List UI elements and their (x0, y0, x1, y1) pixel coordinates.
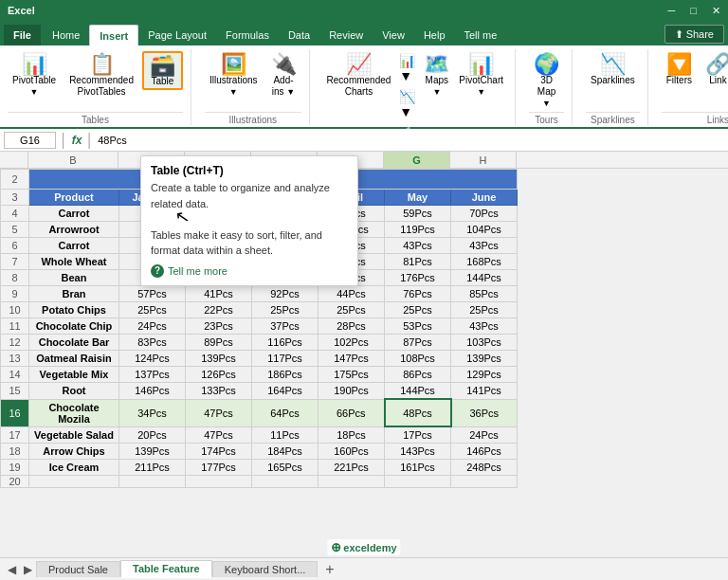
data-cell[interactable]: 129Pcs (451, 367, 518, 383)
data-cell[interactable]: 34Pcs (119, 399, 186, 426)
data-cell[interactable]: 104Pcs (451, 222, 518, 238)
data-cell[interactable]: 23Pcs (186, 318, 252, 335)
data-cell[interactable]: 43Pcs (451, 238, 518, 254)
cell-product[interactable]: Bean (29, 270, 119, 286)
add-sheet-button[interactable]: + (318, 561, 341, 578)
data-cell[interactable]: 76Pcs (385, 286, 451, 302)
cell-product[interactable]: Arrowroot (29, 222, 119, 238)
recommended-charts-button[interactable]: 📈 RecommendedCharts (323, 51, 395, 100)
data-cell[interactable] (29, 476, 119, 488)
tab-home[interactable]: Home (43, 25, 89, 45)
data-cell[interactable]: 25Pcs (451, 302, 518, 318)
tab-page-layout[interactable]: Page Layout (138, 25, 216, 45)
cell-product[interactable]: Ice Cream (29, 460, 119, 476)
data-cell[interactable]: 139Pcs (451, 351, 518, 367)
data-cell[interactable]: 22Pcs (186, 302, 252, 318)
data-cell[interactable]: 190Pcs (318, 383, 385, 400)
data-cell[interactable]: 103Pcs (451, 335, 518, 351)
data-cell[interactable]: 248Pcs (451, 460, 518, 476)
minimize-btn[interactable]: ─ (668, 5, 676, 17)
data-cell[interactable]: 165Pcs (252, 460, 318, 476)
data-cell[interactable]: 147Pcs (318, 351, 385, 367)
share-button[interactable]: ⬆ Share (664, 25, 724, 44)
data-cell[interactable]: 146Pcs (451, 444, 518, 460)
recommended-pivot-button[interactable]: 📋 RecommendedPivotTables (64, 51, 138, 100)
illustrations-button[interactable]: 🖼️ Illustrations▼ (205, 51, 263, 100)
cell-product[interactable]: Carrot (29, 206, 119, 222)
cell-product[interactable]: Potato Chips (29, 302, 119, 318)
cell-product[interactable]: Carrot (29, 238, 119, 254)
data-cell[interactable]: 175Pcs (318, 367, 385, 383)
sheet-nav-next[interactable]: ▶ (20, 563, 36, 576)
sheet-tab-product-sale[interactable]: Product Sale (36, 561, 120, 577)
data-cell[interactable] (186, 476, 252, 488)
data-cell[interactable]: 89Pcs (186, 335, 252, 351)
data-cell[interactable] (385, 476, 451, 488)
data-cell[interactable]: 24Pcs (451, 426, 518, 444)
data-cell[interactable]: 57Pcs (119, 286, 186, 302)
data-cell[interactable]: 47Pcs (186, 399, 252, 426)
cell-product[interactable]: Whole Wheat (29, 254, 119, 270)
cell-product[interactable]: Vegetable Mix (29, 367, 119, 383)
data-cell[interactable]: 44Pcs (318, 286, 385, 302)
data-cell[interactable]: 81Pcs (385, 254, 451, 270)
cell-product[interactable]: Chocolate Bar (29, 335, 119, 351)
link-button[interactable]: 🔗 Link (701, 51, 728, 88)
data-cell[interactable]: 102Pcs (318, 335, 385, 351)
data-cell[interactable]: 168Pcs (451, 254, 518, 270)
data-cell[interactable]: 87Pcs (385, 335, 451, 351)
data-cell[interactable]: 124Pcs (119, 351, 186, 367)
formula-input[interactable] (98, 135, 724, 146)
table-button[interactable]: 🗃️ Table (142, 51, 183, 90)
sheet-nav-prev[interactable]: ◀ (4, 563, 20, 576)
three-d-map-button[interactable]: 🌍 3DMap ▼ (529, 51, 564, 112)
data-cell[interactable]: 211Pcs (119, 460, 186, 476)
data-cell[interactable]: 184Pcs (252, 444, 318, 460)
data-cell[interactable]: 59Pcs (385, 206, 451, 222)
tab-formulas[interactable]: Formulas (216, 25, 279, 45)
data-cell[interactable]: 146Pcs (119, 383, 186, 400)
cell-product[interactable]: Arrow Chips (29, 444, 119, 460)
data-cell[interactable]: 144Pcs (451, 270, 518, 286)
data-cell[interactable]: 139Pcs (119, 444, 186, 460)
tab-insert[interactable]: Insert (89, 25, 138, 45)
maximize-btn[interactable]: □ (690, 5, 697, 17)
cell-product[interactable]: Bran (29, 286, 119, 302)
data-cell[interactable]: 119Pcs (385, 222, 451, 238)
data-cell[interactable]: 177Pcs (186, 460, 252, 476)
pivot-table-button[interactable]: 📊 PivotTable▼ (8, 51, 61, 100)
tab-data[interactable]: Data (279, 25, 319, 45)
data-cell[interactable]: 43Pcs (385, 238, 451, 254)
data-cell[interactable]: 36Pcs (451, 399, 518, 426)
data-cell[interactable]: 186Pcs (252, 367, 318, 383)
cell-product[interactable]: Vegetable Salad (29, 426, 119, 444)
data-cell[interactable]: 174Pcs (186, 444, 252, 460)
data-cell[interactable]: 25Pcs (318, 302, 385, 318)
data-cell[interactable] (252, 476, 318, 488)
data-cell[interactable]: 25Pcs (252, 302, 318, 318)
data-cell[interactable]: 18Pcs (318, 426, 385, 444)
selected-cell[interactable]: 48Pcs (385, 399, 451, 426)
data-cell[interactable]: 176Pcs (385, 270, 451, 286)
data-cell[interactable]: 133Pcs (186, 383, 252, 400)
data-cell[interactable]: 108Pcs (385, 351, 451, 367)
data-cell[interactable]: 83Pcs (119, 335, 186, 351)
data-cell[interactable]: 11Pcs (252, 426, 318, 444)
data-cell[interactable]: 144Pcs (385, 383, 451, 400)
data-cell[interactable]: 141Pcs (451, 383, 518, 400)
add-ins-button[interactable]: 🔌 Add-ins ▼ (266, 51, 301, 100)
data-cell[interactable] (119, 476, 186, 488)
data-cell[interactable]: 20Pcs (119, 426, 186, 444)
data-cell[interactable]: 161Pcs (385, 460, 451, 476)
data-cell[interactable]: 126Pcs (186, 367, 252, 383)
name-box[interactable] (4, 132, 56, 149)
data-cell[interactable]: 92Pcs (252, 286, 318, 302)
data-cell[interactable]: 137Pcs (119, 367, 186, 383)
data-cell[interactable]: 41Pcs (186, 286, 252, 302)
tab-file[interactable]: File (4, 25, 41, 45)
filters-button[interactable]: 🔽 Filters (662, 51, 697, 88)
cell-product[interactable]: Root (29, 383, 119, 400)
data-cell[interactable]: 53Pcs (385, 318, 451, 335)
data-cell[interactable]: 139Pcs (186, 351, 252, 367)
close-btn[interactable]: ✕ (712, 5, 720, 17)
